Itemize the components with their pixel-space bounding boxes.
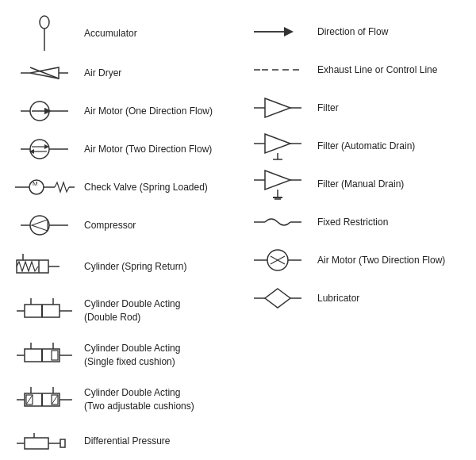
list-item: Air Motor (One Direction Flow) <box>13 92 230 130</box>
cylinder-double-double-symbol <box>13 298 76 324</box>
accumulator-symbol <box>13 16 76 51</box>
air-motor-two-symbol <box>13 137 76 161</box>
svg-marker-69 <box>265 171 290 190</box>
svg-marker-64 <box>265 134 290 153</box>
differential-symbol <box>13 431 76 450</box>
svg-rect-54 <box>60 439 65 447</box>
air-motor-one-label: Air Motor (One Direction Flow) <box>84 105 230 118</box>
air-motor-two-right-label: Air Motor (Two Direction Flow) <box>317 254 463 267</box>
fixed-restriction-label: Fixed Restriction <box>317 216 463 229</box>
svg-rect-24 <box>17 260 48 273</box>
list-item: Cylinder Double Acting (Two adjustable c… <box>13 378 230 422</box>
svg-point-0 <box>40 16 49 29</box>
list-item: Accumulator <box>13 13 230 54</box>
cylinder-single-cushion-symbol <box>13 343 76 368</box>
right-column: Direction of Flow Exhaust Line or Contro… <box>246 13 463 460</box>
air-dryer-symbol <box>13 62 76 84</box>
list-item: Filter <box>246 89 463 127</box>
check-valve-symbol: M <box>13 178 76 197</box>
svg-marker-82 <box>265 289 290 308</box>
lubricator-label: Lubricator <box>317 292 463 305</box>
lubricator-symbol <box>246 287 309 309</box>
divider <box>230 13 246 460</box>
air-motor-one-symbol <box>13 99 76 123</box>
air-motor-two-right-symbol <box>246 247 309 273</box>
cylinder-double-double-label: Cylinder Double Acting (Double Rod) <box>84 297 230 324</box>
svg-marker-61 <box>265 98 290 117</box>
cylinder-spring-label: Cylinder (Spring Return) <box>84 260 230 274</box>
filter-auto-symbol <box>246 132 309 159</box>
main-container: Accumulator Air Dryer <box>13 13 463 460</box>
list-item: Direction of Flow <box>246 13 463 51</box>
accumulator-label: Accumulator <box>84 27 230 40</box>
direction-flow-label: Direction of Flow <box>317 25 463 39</box>
cylinder-two-cushion-symbol <box>13 387 76 412</box>
list-item: M Check Valve (Spring Loaded) <box>13 168 230 206</box>
fixed-restriction-symbol <box>246 214 309 230</box>
cylinder-single-label: Cylinder Double Acting (Single fixed cus… <box>84 342 230 369</box>
list-item: Compressor <box>13 206 230 244</box>
air-motor-two-label: Air Motor (Two Direction Flow) <box>84 143 230 156</box>
svg-rect-51 <box>25 438 48 449</box>
svg-line-48 <box>26 395 33 404</box>
list-item: Air Motor (Two Direction Flow) <box>13 130 230 168</box>
list-item: Cylinder (Spring Return) <box>13 244 230 289</box>
svg-point-10 <box>30 140 49 159</box>
direction-flow-symbol <box>246 22 309 41</box>
check-valve-label: Check Valve (Spring Loaded) <box>84 181 230 194</box>
compressor-label: Compressor <box>84 219 230 232</box>
cylinder-spring-symbol <box>13 254 76 279</box>
cylinder-two-label: Cylinder Double Acting (Two adjustable c… <box>84 386 230 413</box>
left-column: Accumulator Air Dryer <box>13 13 230 460</box>
list-item: Air Dryer <box>13 54 230 92</box>
list-item: Air Motor (Two Direction Flow) <box>246 241 463 279</box>
exhaust-line-symbol <box>246 63 309 76</box>
exhaust-line-label: Exhaust Line or Control Line <box>317 63 463 77</box>
differential-label: Differential Pressure <box>84 435 230 448</box>
compressor-symbol <box>13 213 76 237</box>
filter-auto-label: Filter (Automatic Drain) <box>317 140 463 153</box>
filter-manual-label: Filter (Manual Drain) <box>317 178 463 191</box>
svg-text:M: M <box>33 180 38 187</box>
svg-line-46 <box>52 395 58 404</box>
filter-manual-symbol <box>246 169 309 199</box>
svg-marker-23 <box>32 220 48 231</box>
list-item: Lubricator <box>246 279 463 317</box>
svg-line-5 <box>30 67 59 79</box>
list-item: Cylinder Double Acting (Single fixed cus… <box>13 333 230 378</box>
air-dryer-label: Air Dryer <box>84 67 230 80</box>
list-item: Filter (Manual Drain) <box>246 165 463 203</box>
list-item: Differential Pressure <box>13 422 230 460</box>
svg-rect-38 <box>52 351 58 360</box>
filter-label: Filter <box>317 102 463 115</box>
list-item: Filter (Automatic Drain) <box>246 127 463 165</box>
filter-symbol <box>246 97 309 119</box>
list-item: Fixed Restriction <box>246 203 463 241</box>
list-item: Exhaust Line or Control Line <box>246 51 463 89</box>
list-item: Cylinder Double Acting (Double Rod) <box>13 289 230 333</box>
